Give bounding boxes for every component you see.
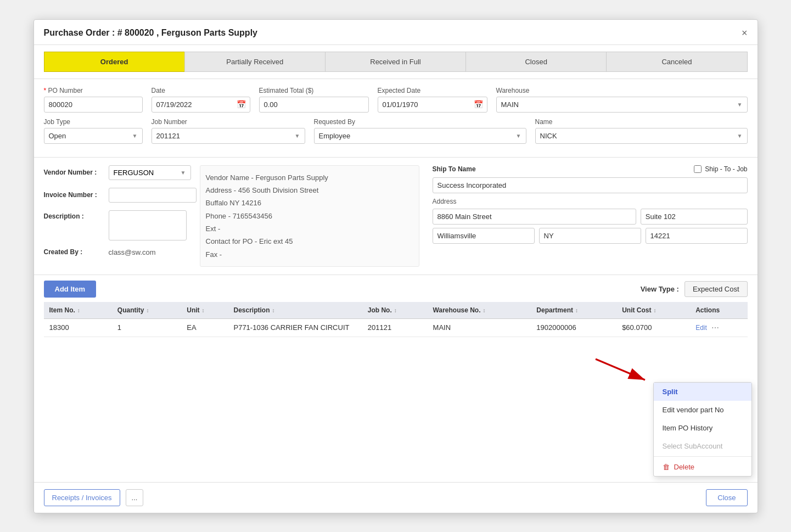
- ship-to-job: Ship - To - Job: [694, 165, 747, 173]
- warehouse-label: Warehouse: [496, 87, 748, 94]
- sort-icon-3: ↕: [202, 307, 205, 313]
- requested-by-label: Requested By: [314, 118, 526, 126]
- created-by-value: class@sw.com: [109, 248, 156, 256]
- invoice-number-input[interactable]: [109, 188, 197, 203]
- footer-ellipsis-button[interactable]: ...: [126, 489, 144, 506]
- status-ordered[interactable]: Ordered: [44, 52, 184, 72]
- sort-icon-5: ↕: [394, 307, 397, 313]
- invoice-number-label: Invoice Number :: [44, 191, 104, 199]
- col-unit-cost: Unit Cost↕: [616, 302, 690, 319]
- more-actions-icon[interactable]: ⋯: [711, 323, 719, 332]
- expected-cost-button[interactable]: Expected Cost: [685, 281, 748, 297]
- warehouse-select[interactable]: MAIN ▼: [496, 97, 748, 113]
- status-closed[interactable]: Closed: [465, 52, 606, 72]
- job-type-label: Job Type: [44, 118, 143, 126]
- edit-action-link[interactable]: Edit: [695, 324, 707, 332]
- modal-title: Purchase Order : # 800020 , Ferguson Par…: [44, 28, 257, 38]
- status-partially-received[interactable]: Partially Received: [184, 52, 325, 72]
- items-section: Add Item View Type : Expected Cost Item …: [34, 275, 758, 481]
- po-number-input[interactable]: [44, 97, 143, 113]
- col-warehouse-no: Warehouse No.↕: [428, 302, 531, 319]
- chevron-down-icon-4: ▼: [516, 133, 521, 139]
- cell-department: 1902000006: [531, 319, 616, 337]
- chevron-down-icon-6: ▼: [181, 170, 186, 176]
- col-quantity: Quantity↕: [112, 302, 181, 319]
- modal-header: Purchase Order : # 800020 , Ferguson Par…: [34, 20, 758, 45]
- menu-item-select-subaccount: Select SubAccount: [654, 437, 751, 455]
- chevron-down-icon-3: ▼: [295, 133, 300, 139]
- cell-warehouse-no: MAIN: [428, 319, 531, 337]
- estimated-total-label: Estimated Total ($): [259, 87, 369, 94]
- menu-divider: [654, 456, 751, 457]
- cell-actions: Edit ⋯: [690, 319, 747, 337]
- menu-item-delete[interactable]: 🗑 Delete: [654, 458, 751, 476]
- items-toolbar: Add Item View Type : Expected Cost: [44, 281, 748, 298]
- close-icon[interactable]: ×: [742, 27, 748, 39]
- cell-unit: EA: [181, 319, 228, 337]
- date-label: Date: [152, 87, 250, 94]
- vendor-left: Vendor Number : FERGUSON ▼ Invoice Numbe…: [44, 165, 187, 267]
- sort-icon-2: ↕: [146, 307, 149, 313]
- name-select[interactable]: NICK ▼: [535, 128, 748, 144]
- sort-icon-7: ↕: [575, 307, 578, 313]
- address-city-input[interactable]: [433, 228, 535, 244]
- status-bar: Ordered Partially Received Received in F…: [34, 45, 758, 79]
- col-actions: Actions: [690, 302, 747, 319]
- menu-item-split[interactable]: Split: [654, 383, 751, 401]
- job-type-select[interactable]: Open ▼: [44, 128, 143, 144]
- view-type-label: View Type :: [641, 285, 679, 293]
- footer-left: Receipts / Invoices ...: [44, 489, 144, 506]
- col-job-no: Job No.↕: [362, 302, 428, 319]
- vendor-number-label: Vendor Number :: [44, 169, 104, 176]
- address-state-input[interactable]: [539, 228, 641, 244]
- address-label: Address: [433, 198, 748, 205]
- requested-by-select[interactable]: Employee ▼: [314, 128, 526, 144]
- cell-description: P771-1036 CARRIER FAN CIRCUIT: [228, 319, 362, 337]
- cell-item-no: 18300: [44, 319, 112, 337]
- expected-date-input[interactable]: [378, 97, 487, 113]
- job-number-select[interactable]: 201121 ▼: [152, 128, 305, 144]
- vendor-section: Vendor Number : FERGUSON ▼ Invoice Numbe…: [34, 158, 758, 276]
- menu-item-edit-vendor[interactable]: Edit vendor part No: [654, 401, 751, 419]
- created-by-label: Created By :: [44, 248, 104, 256]
- estimated-total-input[interactable]: [259, 97, 369, 113]
- sort-icon-6: ↕: [483, 307, 486, 313]
- context-menu: Split Edit vendor part No Item PO Histor…: [653, 382, 752, 477]
- sort-icon: ↕: [77, 307, 80, 313]
- close-modal-button[interactable]: Close: [706, 489, 747, 506]
- calendar-icon-2: 📅: [474, 100, 483, 109]
- ship-to-name-label: Ship To Name: [433, 165, 476, 173]
- view-type-area: View Type : Expected Cost: [641, 281, 748, 297]
- expected-date-label: Expected Date: [378, 87, 487, 94]
- chevron-down-icon: ▼: [737, 102, 743, 108]
- cell-job-no: 201121: [362, 319, 428, 337]
- address-suite-input[interactable]: [641, 209, 748, 225]
- modal-footer: Receipts / Invoices ... Close: [34, 482, 758, 513]
- purchase-order-modal: Purchase Order : # 800020 , Ferguson Par…: [33, 19, 758, 513]
- trash-icon: 🗑: [663, 463, 670, 471]
- menu-item-item-po-history[interactable]: Item PO History: [654, 419, 751, 437]
- table-row: 18300 1 EA P771-1036 CARRIER FAN CIRCUIT…: [44, 319, 748, 337]
- form-section: * PO Number Date 📅 Estimated Total ($) E…: [34, 79, 758, 158]
- col-unit: Unit↕: [181, 302, 228, 319]
- cell-quantity: 1: [112, 319, 181, 337]
- po-number-label: * PO Number: [44, 87, 143, 94]
- description-label: Description :: [44, 210, 104, 220]
- table-header-row: Item No.↕ Quantity↕ Unit↕ Description↕ J…: [44, 302, 748, 319]
- cell-unit-cost: $60.0700: [616, 319, 690, 337]
- ship-to-job-label: Ship - To - Job: [705, 165, 747, 173]
- ship-section: Ship To Name Ship - To - Job Address: [433, 165, 748, 267]
- status-canceled[interactable]: Canceled: [606, 52, 747, 72]
- add-item-button[interactable]: Add Item: [44, 281, 97, 298]
- ship-to-name-input[interactable]: [433, 177, 748, 193]
- address-street-input[interactable]: [433, 209, 636, 225]
- description-textarea[interactable]: [109, 210, 187, 240]
- receipts-invoices-button[interactable]: Receipts / Invoices: [44, 489, 120, 506]
- vendor-number-select[interactable]: FERGUSON ▼: [109, 165, 191, 180]
- status-received-full[interactable]: Received in Full: [325, 52, 465, 72]
- address-zip-input[interactable]: [646, 228, 748, 244]
- date-input[interactable]: [152, 97, 250, 113]
- ship-to-job-checkbox[interactable]: [694, 165, 702, 173]
- job-number-label: Job Number: [152, 118, 305, 126]
- vendor-info: Vendor Name - Ferguson Parts Supply Addr…: [200, 165, 419, 267]
